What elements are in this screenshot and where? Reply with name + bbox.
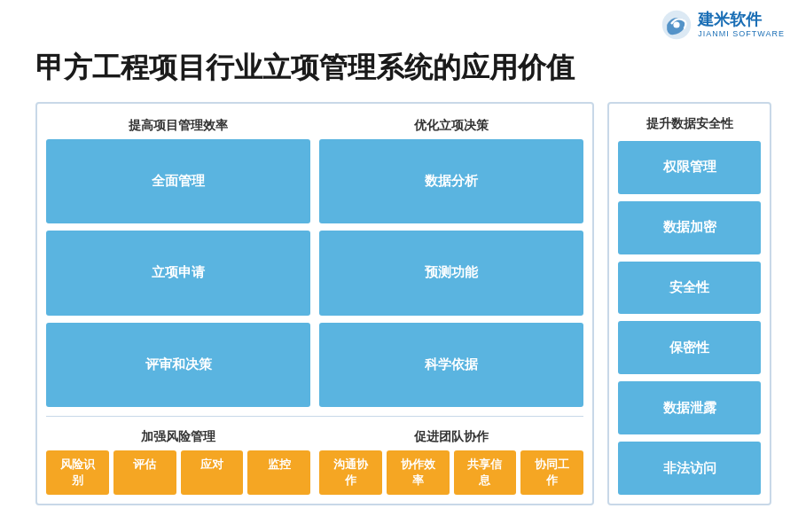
left-panel: 提高项目管理效率 全面管理 立项申请 评审和决策 优化立项决策 数据分析 预测功…: [35, 102, 594, 505]
section-risk: 加强风险管理 风险识别 评估 应对 监控: [46, 426, 310, 495]
section-risk-header: 加强风险管理: [46, 426, 310, 450]
logo-icon: [661, 9, 692, 41]
card-prediction: 预测功能: [319, 231, 583, 315]
tag-risk-respond: 应对: [181, 450, 244, 495]
tag-collab-efficiency: 协作效率: [387, 450, 450, 495]
main-title: 甲方工程项目行业立项管理系统的应用价值: [35, 49, 575, 88]
section-decision-header: 优化立项决策: [319, 113, 583, 139]
tag-collab-work: 协同工作: [520, 450, 583, 495]
right-panel: 提升数据安全性 权限管理 数据加密 安全性 保密性 数据泄露 非法访问: [607, 102, 771, 505]
decision-cards: 数据分析 预测功能 科学依据: [319, 139, 583, 407]
tag-share-info: 共享信息: [454, 450, 517, 495]
right-panel-header: 提升数据安全性: [618, 113, 761, 141]
card-full-management: 全面管理: [46, 139, 310, 223]
card-data-analysis: 数据分析: [319, 139, 583, 223]
right-cards: 权限管理 数据加密 安全性 保密性 数据泄露 非法访问: [618, 141, 761, 495]
tag-risk-assess: 评估: [113, 450, 176, 495]
card-review-decision: 评审和决策: [46, 323, 310, 407]
content-area: 提高项目管理效率 全面管理 立项申请 评审和决策 优化立项决策 数据分析 预测功…: [35, 102, 771, 505]
svg-point-1: [674, 21, 680, 27]
section-decision: 优化立项决策 数据分析 预测功能 科学依据: [319, 113, 583, 407]
card-project-apply: 立项申请: [46, 231, 310, 315]
logo-text: 建米软件 JIANMI SOFTWARE: [698, 11, 785, 39]
brand-name: 建米软件: [698, 11, 785, 30]
card-security: 安全性: [618, 262, 761, 315]
section-efficiency: 提高项目管理效率 全面管理 立项申请 评审和决策: [46, 113, 310, 407]
risk-tags: 风险识别 评估 应对 监控: [46, 450, 310, 495]
card-confidential: 保密性: [618, 321, 761, 374]
card-scientific-basis: 科学依据: [319, 323, 583, 407]
card-illegal-access: 非法访问: [618, 442, 761, 495]
card-data-leak: 数据泄露: [618, 381, 761, 434]
brand-sub: JIANMI SOFTWARE: [698, 29, 785, 39]
left-bottom-section: 加强风险管理 风险识别 评估 应对 监控 促进团队协作 沟通协作 协作效率 共享…: [46, 426, 583, 495]
teamwork-tags: 沟通协作 协作效率 共享信息 协同工作: [319, 450, 583, 495]
tag-communication: 沟通协作: [319, 450, 382, 495]
logo-area: 建米软件 JIANMI SOFTWARE: [661, 9, 785, 41]
section-teamwork-header: 促进团队协作: [319, 426, 583, 450]
tag-risk-monitor: 监控: [247, 450, 310, 495]
left-top-section: 提高项目管理效率 全面管理 立项申请 评审和决策 优化立项决策 数据分析 预测功…: [46, 113, 583, 407]
efficiency-cards: 全面管理 立项申请 评审和决策: [46, 139, 310, 407]
tag-risk-identify: 风险识别: [46, 450, 109, 495]
left-divider: [46, 416, 583, 417]
section-teamwork: 促进团队协作 沟通协作 协作效率 共享信息 协同工作: [319, 426, 583, 495]
card-permission: 权限管理: [618, 141, 761, 194]
section-efficiency-header: 提高项目管理效率: [46, 113, 310, 139]
card-encryption: 数据加密: [618, 201, 761, 254]
